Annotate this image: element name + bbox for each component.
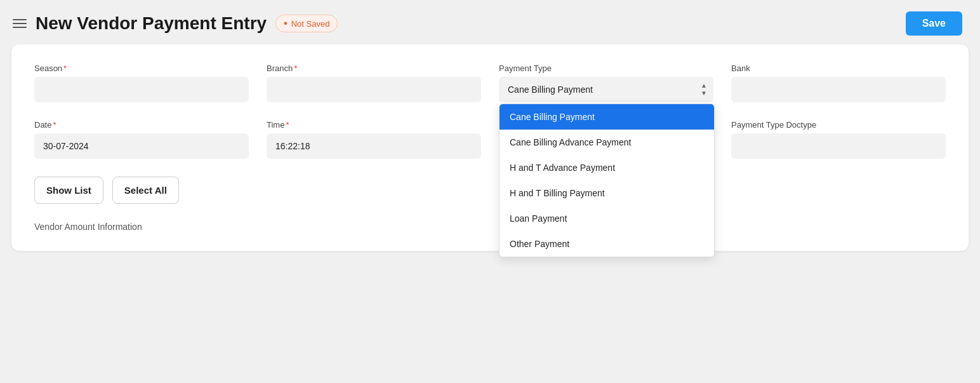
payment-type-doctype-input[interactable]: [731, 133, 946, 159]
payment-type-group: Payment Type Cane Billing PaymentCane Bi…: [499, 64, 713, 102]
date-required: *: [53, 120, 56, 130]
season-label: Season*: [34, 64, 249, 73]
form-row-1: Season* Branch* Payment Type Cane Billin…: [34, 64, 946, 102]
time-input[interactable]: [267, 133, 481, 159]
dropdown-item[interactable]: Cane Billing Payment: [500, 104, 714, 130]
payment-type-dropdown: Cane Billing PaymentCane Billing Advance…: [499, 104, 715, 257]
date-label: Date*: [34, 120, 249, 130]
time-required: *: [286, 120, 289, 130]
vendor-amount-info-title: Vendor Amount Information: [34, 222, 946, 232]
branch-required: *: [294, 64, 297, 73]
dropdown-item[interactable]: Cane Billing Advance Payment: [500, 130, 714, 155]
branch-label: Branch*: [267, 64, 481, 73]
branch-group: Branch*: [267, 64, 481, 102]
season-input[interactable]: [34, 77, 249, 102]
payment-type-doctype-label: Payment Type Doctype: [731, 120, 946, 130]
header-left: New Vendor Payment Entry Not Saved: [13, 13, 338, 34]
time-label: Time*: [267, 120, 481, 130]
select-all-button[interactable]: Select All: [112, 177, 179, 204]
bank-label: Bank: [731, 64, 946, 73]
save-button[interactable]: Save: [906, 11, 962, 36]
season-group: Season*: [34, 64, 249, 102]
form-card: Season* Branch* Payment Type Cane Billin…: [11, 44, 969, 251]
payment-type-select[interactable]: Cane Billing PaymentCane Billing Advance…: [499, 77, 713, 102]
bank-input[interactable]: [731, 77, 946, 102]
bank-group: Bank: [731, 64, 946, 102]
season-required: *: [63, 64, 67, 73]
payment-type-label: Payment Type: [499, 64, 713, 73]
form-row-2: Date* Time* Payment Type Doctype: [34, 120, 946, 159]
buttons-row: Show List Select All: [34, 177, 946, 204]
payment-type-wrapper: Cane Billing PaymentCane Billing Advance…: [499, 77, 713, 102]
payment-type-doctype-group: Payment Type Doctype: [731, 120, 946, 159]
show-list-button[interactable]: Show List: [34, 177, 103, 204]
date-input[interactable]: [34, 133, 249, 159]
dropdown-item[interactable]: Loan Payment: [500, 206, 714, 231]
dropdown-item[interactable]: H and T Advance Payment: [500, 155, 714, 180]
header: New Vendor Payment Entry Not Saved Save: [0, 0, 980, 44]
dropdown-item[interactable]: H and T Billing Payment: [500, 180, 714, 206]
menu-icon[interactable]: [13, 19, 27, 28]
page-title: New Vendor Payment Entry: [36, 13, 267, 34]
date-group: Date*: [34, 120, 249, 159]
not-saved-badge: Not Saved: [275, 15, 338, 32]
branch-input[interactable]: [267, 77, 481, 102]
time-group: Time*: [267, 120, 481, 159]
dropdown-item[interactable]: Other Payment: [500, 231, 714, 257]
